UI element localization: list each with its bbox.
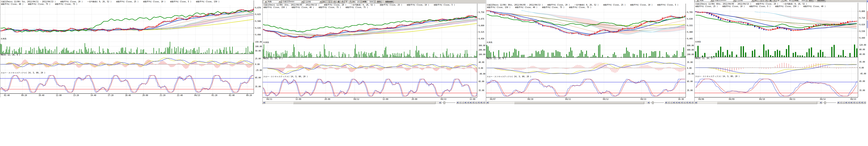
chart-panel-3: 日経225mini 12/06( 30分, 2012/04/05 - 2012/… — [486, 0, 694, 104]
zoom-slider-handle[interactable] — [652, 101, 654, 104]
chart-control-button-3[interactable]: ◆ — [845, 101, 847, 104]
chart-control-button-9[interactable]: ⊕ — [688, 101, 691, 104]
macd-axis-label: 0.00 — [255, 63, 260, 66]
time-axis-label: 04/07 — [490, 98, 496, 100]
price-axis-label: 9,675 — [478, 18, 484, 20]
chart-control-button-6[interactable]: D — [681, 101, 683, 104]
zoom-slider[interactable] — [442, 101, 456, 104]
chart-plot[interactable] — [0, 0, 255, 95]
volume-axis-label: 120.00 — [859, 44, 866, 46]
chart-control-button-8[interactable]: R — [858, 101, 861, 104]
time-axis-label: 04/13 — [641, 98, 646, 100]
h-scrollbar-left[interactable]: ◀ — [694, 101, 697, 104]
chart-control-button-9[interactable]: ⊕ — [861, 101, 863, 104]
macd-axis-label: -40.00 — [478, 73, 485, 75]
h-scrollbar-track[interactable] — [265, 101, 439, 104]
time-axis-label: 04/10 — [528, 98, 533, 100]
chart-control-button-6[interactable]: D — [853, 101, 855, 104]
chart-control-button-2[interactable]: − — [462, 101, 464, 104]
charting-app-canvas: 日経225mini 12/06( 5分, 2012/04/11 - 2012/0… — [0, 0, 868, 146]
chart-control-button-0[interactable]: ◀ — [664, 101, 667, 104]
chart-control-button-3[interactable]: ◆ — [673, 101, 675, 104]
volume-axis-label: 300.00 — [478, 45, 485, 47]
price-axis-label: 9,535 — [255, 27, 261, 29]
stoch-section-label: スロー・ストキャスティクス( 14, 3, 80, 20 ) — [695, 75, 740, 78]
h-scrollbar-track[interactable] — [489, 101, 647, 104]
chart-control-button-5[interactable]: ▶ — [469, 101, 472, 104]
chart-control-button-10[interactable]: X — [864, 101, 866, 104]
zoom-slider-handle[interactable] — [824, 101, 826, 104]
time-axis-label: 04/12 — [353, 98, 359, 100]
macd-axis-label: 40.00 — [478, 61, 484, 63]
chart-control-button-2[interactable]: − — [842, 101, 845, 104]
stoch-axis-label: 35.00 — [255, 86, 261, 88]
macd-axis-label: 35.00 — [687, 61, 693, 63]
chart-control-button-7[interactable]: L — [683, 101, 686, 104]
h-scrollbar-thumb[interactable] — [717, 101, 817, 104]
h-scrollbar-left[interactable]: ◀ — [263, 101, 265, 104]
chart-control-button-1[interactable]: + — [667, 101, 670, 104]
h-scrollbar-right[interactable]: ▶ — [439, 101, 441, 104]
stoch-section-label: スロー・ストキャスティクス( 14, 3, 80, 20 ) — [263, 75, 308, 78]
zoom-slider-handle[interactable] — [443, 101, 445, 104]
volume-axis-label: 150.00 — [255, 41, 262, 43]
chart-control-button-8[interactable]: R — [477, 101, 480, 104]
stoch-axis-label: 85.00 — [255, 77, 261, 79]
chart-control-button-5[interactable]: ▶ — [678, 101, 680, 104]
volume-section-label: 出来高 — [263, 41, 269, 44]
h-scrollbar-right[interactable]: ▶ — [647, 101, 650, 104]
chart-control-button-10[interactable]: X — [483, 101, 485, 104]
stoch-section-label: スロー・ストキャスティクス( 14, 3, 80, 20 ) — [1, 72, 45, 74]
time-axis-label: 09:20 — [246, 94, 252, 96]
chart-control-button-7[interactable]: L — [475, 101, 477, 104]
h-scrollbar-right[interactable]: ▶ — [820, 101, 822, 104]
volume-axis-label: 400.00 — [687, 49, 694, 51]
chart-control-button-4[interactable]: ■ — [847, 101, 850, 104]
h-scrollbar-thumb[interactable] — [293, 101, 435, 104]
stoch-axis-label: 35.00 — [687, 89, 693, 92]
time-axis-label: 04/13 — [194, 94, 200, 96]
chart-plot[interactable] — [694, 0, 859, 98]
clipped-candle-blue — [867, 0, 868, 2]
price-axis-label: 9,530 — [859, 30, 865, 32]
h-scrollbar-thumb[interactable] — [514, 101, 644, 104]
chart-control-button-3[interactable]: ◆ — [464, 101, 467, 104]
chart-control-button-9[interactable]: ⊕ — [480, 101, 483, 104]
macd-axis-label: -45.00 — [859, 73, 866, 75]
price-axis-label: 9,710 — [859, 17, 865, 19]
chart-control-button-1[interactable]: + — [840, 101, 842, 104]
chart-control-button-4[interactable]: ■ — [675, 101, 678, 104]
zoom-slider[interactable] — [823, 101, 836, 104]
zoom-slider[interactable] — [651, 101, 664, 104]
clipped-candle-red — [867, 11, 867, 20]
volume-axis-label: 100.00 — [478, 53, 485, 55]
chart-control-button-1[interactable]: + — [459, 101, 461, 104]
macd-axis-label: -35.00 — [687, 73, 694, 75]
macd-section-label: MACD( 12, 26, 9 ) — [695, 57, 714, 59]
chart-plot[interactable] — [263, 0, 478, 98]
chart-control-button-6[interactable]: D — [472, 101, 474, 104]
time-axis-label: 12:00 — [56, 94, 62, 96]
stoch-axis-label: 85.00 — [687, 80, 693, 82]
volume-axis-label: 40.00 — [859, 53, 865, 55]
stoch-axis-label: 85.00 — [478, 80, 484, 82]
macd-axis-label: 45.00 — [859, 61, 865, 63]
time-axis-label: 09:20 — [21, 94, 27, 96]
volume-section-label: 出来高 — [695, 41, 701, 43]
h-scrollbar-left[interactable]: ◀ — [486, 101, 489, 104]
chart-control-button-8[interactable]: R — [686, 101, 688, 104]
chart-control-button-0[interactable]: ◀ — [456, 101, 459, 104]
chart-control-button-0[interactable]: ◀ — [837, 101, 839, 104]
chart-control-button-2[interactable]: − — [670, 101, 673, 104]
price-axis-label: 9,670 — [255, 7, 261, 9]
chart-control-button-10[interactable]: X — [691, 101, 694, 104]
h-scrollbar-track[interactable] — [697, 101, 819, 104]
time-axis-label: 01:20 — [212, 94, 217, 96]
time-axis-label: 20:00 — [142, 94, 148, 96]
chart-plot[interactable] — [486, 0, 687, 98]
chart-control-button-5[interactable]: ▶ — [850, 101, 852, 104]
price-axis-label: 9,705 — [687, 11, 693, 13]
time-axis-label: 04/13 — [850, 98, 856, 100]
chart-control-button-4[interactable]: ■ — [467, 101, 469, 104]
chart-control-button-7[interactable]: L — [856, 101, 858, 104]
